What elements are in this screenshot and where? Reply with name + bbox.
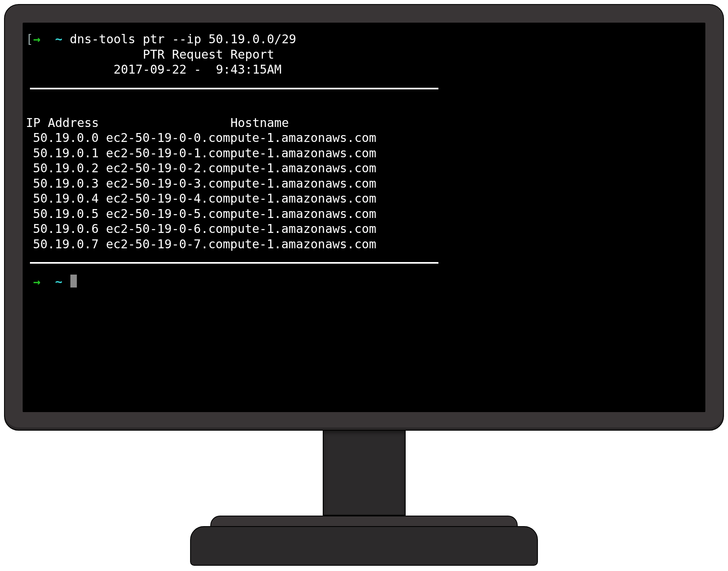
cursor-block	[70, 275, 77, 288]
monitor-stand-top	[210, 516, 518, 527]
arrow-icon: →	[33, 275, 40, 289]
cell-ip: 50.19.0.3	[26, 176, 99, 191]
table-row: 50.19.0.2 ec2-50-19-0-2.compute-1.amazon…	[26, 161, 702, 176]
header-hostname: Hostname	[231, 116, 289, 130]
cell-hostname: ec2-50-19-0-0.compute-1.amazonaws.com	[106, 131, 376, 145]
table-row: 50.19.0.3 ec2-50-19-0-3.compute-1.amazon…	[26, 176, 702, 191]
cell-hostname: ec2-50-19-0-6.compute-1.amazonaws.com	[106, 222, 376, 236]
monitor-stand-base	[190, 526, 538, 566]
prompt-line-1: [→ ~ dns-tools ptr --ip 50.19.0.0/29	[26, 32, 702, 47]
cell-ip: 50.19.0.7	[26, 237, 99, 252]
cell-ip: 50.19.0.6	[26, 221, 99, 237]
table-row: 50.19.0.0 ec2-50-19-0-0.compute-1.amazon…	[26, 130, 702, 146]
prompt-line-2[interactable]: → ~	[26, 274, 702, 290]
monitor-frame: [→ ~ dns-tools ptr --ip 50.19.0.0/29 PTR…	[4, 4, 724, 431]
divider-bottom	[30, 262, 438, 264]
cell-hostname: ec2-50-19-0-1.compute-1.amazonaws.com	[106, 146, 376, 160]
cell-ip: 50.19.0.5	[26, 206, 99, 222]
arrow-icon: →	[33, 32, 40, 46]
table-row: 50.19.0.1 ec2-50-19-0-1.compute-1.amazon…	[26, 146, 702, 161]
report-datetime: 2017-09-22 - 9:43:15AM	[26, 62, 702, 77]
cell-hostname: ec2-50-19-0-5.compute-1.amazonaws.com	[106, 207, 376, 221]
table-headers: IP Address Hostname	[26, 115, 702, 131]
table-row: 50.19.0.7 ec2-50-19-0-7.compute-1.amazon…	[26, 237, 702, 252]
table-row: 50.19.0.4 ec2-50-19-0-4.compute-1.amazon…	[26, 191, 702, 206]
terminal-screen[interactable]: [→ ~ dns-tools ptr --ip 50.19.0.0/29 PTR…	[23, 23, 705, 412]
blank-line	[26, 100, 702, 115]
tilde-icon: ~	[55, 32, 62, 46]
bracket-open: [	[26, 32, 33, 46]
tilde-icon: ~	[55, 275, 62, 289]
cell-ip: 50.19.0.2	[26, 161, 99, 176]
cell-hostname: ec2-50-19-0-4.compute-1.amazonaws.com	[106, 191, 376, 205]
report-title: PTR Request Report	[26, 47, 702, 62]
divider-top	[30, 88, 438, 89]
monitor-illustration: [→ ~ dns-tools ptr --ip 50.19.0.0/29 PTR…	[4, 4, 724, 566]
command-text: dns-tools ptr --ip 50.19.0.0/29	[70, 32, 296, 46]
cell-hostname: ec2-50-19-0-7.compute-1.amazonaws.com	[106, 237, 376, 251]
table-row: 50.19.0.5 ec2-50-19-0-5.compute-1.amazon…	[26, 206, 702, 222]
table-body: 50.19.0.0 ec2-50-19-0-0.compute-1.amazon…	[26, 130, 702, 252]
cell-ip: 50.19.0.0	[26, 130, 99, 146]
cell-ip: 50.19.0.1	[26, 146, 99, 161]
cell-hostname: ec2-50-19-0-2.compute-1.amazonaws.com	[106, 161, 376, 175]
monitor-stand-neck	[323, 431, 406, 516]
cell-hostname: ec2-50-19-0-3.compute-1.amazonaws.com	[106, 176, 376, 190]
header-ip: IP Address	[26, 116, 99, 130]
table-row: 50.19.0.6 ec2-50-19-0-6.compute-1.amazon…	[26, 221, 702, 237]
cell-ip: 50.19.0.4	[26, 191, 99, 206]
